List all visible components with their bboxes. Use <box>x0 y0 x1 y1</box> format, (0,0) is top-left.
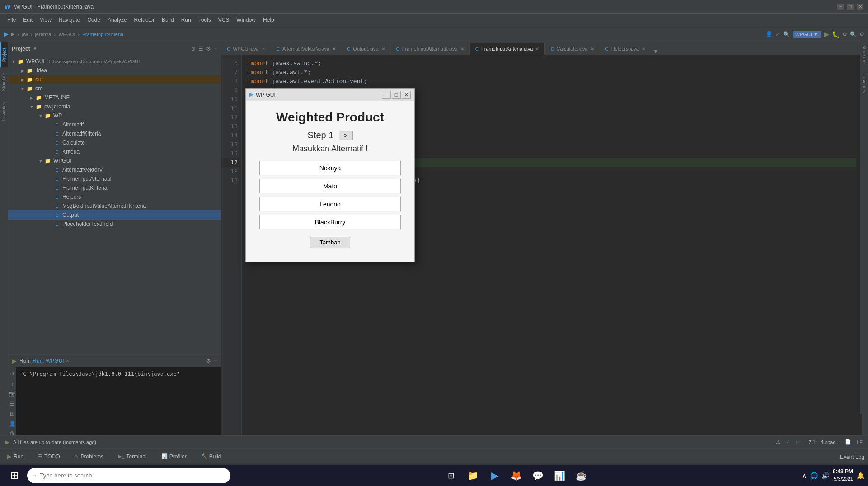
dialog-next-button[interactable]: > <box>339 131 352 140</box>
dialog-field-nokaya[interactable] <box>259 161 401 175</box>
profiler-bottom-btn[interactable]: 📊 Profiler <box>158 452 190 462</box>
terminal-bottom-btn[interactable]: ▶_ Terminal <box>114 452 150 462</box>
dialog-maximize-button[interactable]: □ <box>392 91 401 99</box>
firefox-app[interactable]: 🦊 <box>506 466 526 486</box>
tree-item-wp[interactable]: ▼ 📁 WP <box>8 111 221 120</box>
project-tab[interactable]: Project <box>0 42 8 67</box>
tab-frameinputalt[interactable]: C FrameInputAlternatif.java ✕ <box>391 43 470 55</box>
run-settings-icon[interactable]: ⚙ <box>206 358 211 364</box>
menu-vcs[interactable]: VCS <box>215 15 233 25</box>
search-input[interactable] <box>40 472 225 479</box>
menu-window[interactable]: Window <box>233 15 259 25</box>
project-collapse-icon[interactable]: ☰ <box>198 46 203 52</box>
toolbar-search-icon[interactable]: 🔍 <box>783 31 790 37</box>
menu-help[interactable]: Help <box>259 15 278 25</box>
dialog-minimize-button[interactable]: − <box>382 91 391 99</box>
tab-close-frameinputkriteria[interactable]: ✕ <box>535 47 539 51</box>
todo-bottom-btn[interactable]: ☰ TODO <box>34 452 63 462</box>
tree-item-out[interactable]: ▶ 📁 out <box>8 75 221 84</box>
minimize-button[interactable]: − <box>837 4 844 10</box>
notif-chevron-icon[interactable]: ∧ <box>802 472 807 479</box>
tambah-button[interactable]: Tambah <box>310 237 350 248</box>
toolbar-project-icon[interactable]: ▶ <box>4 31 8 37</box>
dialog-close-button[interactable]: ✕ <box>402 91 411 99</box>
favorites-tab-right[interactable]: Favorites <box>861 69 868 98</box>
project-settings-icon[interactable]: ⚙ <box>206 46 211 52</box>
project-minimize-icon[interactable]: − <box>214 46 217 52</box>
tree-item-pwjeremia[interactable]: ▼ 📁 pw.jeremia <box>8 102 221 111</box>
project-dropdown-icon[interactable]: ▼ <box>33 46 38 51</box>
run-list-icon[interactable]: ☰ <box>10 401 15 407</box>
project-locate-icon[interactable]: ⊕ <box>191 46 196 52</box>
toolbar-gear-icon[interactable]: ⚙ <box>859 31 864 37</box>
title-bar-controls[interactable]: − □ ✕ <box>837 4 863 10</box>
tab-altvektor[interactable]: C AlternatifVektorV.java ✕ <box>271 43 342 55</box>
close-button[interactable]: ✕ <box>857 4 863 10</box>
menu-view[interactable]: View <box>36 15 55 25</box>
event-log-label[interactable]: Event Log <box>840 454 864 460</box>
tab-close-helpers[interactable]: ✕ <box>642 47 645 51</box>
notification-icon[interactable]: 🔔 <box>857 472 864 479</box>
tree-item-frameinputkriteria[interactable]: ▶ C FrameInputKriteria <box>8 183 221 192</box>
explorer-app[interactable]: 📁 <box>463 466 483 486</box>
tab-close-calculate[interactable]: ✕ <box>591 47 594 51</box>
favorites-tab-left[interactable]: Favorites <box>0 97 7 126</box>
tab-output[interactable]: C Output.java ✕ <box>342 43 391 55</box>
tab-close-wpgui[interactable]: ✕ <box>262 47 265 51</box>
run-trash-icon[interactable]: 🗑 <box>9 430 15 435</box>
dialog-field-blackburry[interactable] <box>259 215 401 229</box>
toolbar-wpgui-label[interactable]: WPGUI ▼ <box>793 31 821 38</box>
run-stop-icon[interactable]: ↓ <box>11 381 14 387</box>
menu-analyze[interactable]: Analyze <box>104 15 131 25</box>
menu-build[interactable]: Build <box>158 15 178 25</box>
tree-item-alternatifkriteria[interactable]: ▶ C AlternatifKriteria <box>8 129 221 138</box>
tree-item-wpgui-folder[interactable]: ▼ 📁 WPGUI <box>8 156 221 165</box>
tab-close-output[interactable]: ✕ <box>381 47 385 51</box>
dialog-field-lenono[interactable] <box>259 197 401 211</box>
run-minimize-icon[interactable]: − <box>214 358 217 364</box>
run-person-icon[interactable]: 👤 <box>9 421 16 427</box>
tab-frameinputkriteria[interactable]: C FrameInputKriteria.java ✕ <box>470 43 545 55</box>
tab-close-frameinputalt[interactable]: ✕ <box>460 47 464 51</box>
menu-tools[interactable]: Tools <box>195 15 215 25</box>
run-diff-icon[interactable]: ⊞ <box>10 411 14 417</box>
run-wpgui-label[interactable]: Run: WPGUI <box>33 358 64 364</box>
tree-item-frameinputalt[interactable]: ▶ C FrameInputAlternatif <box>8 174 221 183</box>
run-close-icon[interactable]: ✕ <box>66 358 70 363</box>
menu-run[interactable]: Run <box>178 15 195 25</box>
tree-item-placeholder[interactable]: ▶ C PlaceholderTextField <box>8 220 221 229</box>
toolbar-run-icon[interactable]: ▶ <box>824 30 829 38</box>
run-camera-icon[interactable]: 📷 <box>9 391 16 397</box>
tree-item-root[interactable]: ▼ 📁 WPGUI C:\Users\jerem\Documents\Proje… <box>8 57 221 66</box>
toolbar-src-icon[interactable]: ▶ <box>11 31 14 37</box>
tab-wpgui-java[interactable]: C WPGUIjava ✕ <box>221 43 271 55</box>
tree-item-altvektor[interactable]: ▶ C AlternatifVektorV <box>8 165 221 174</box>
network-icon[interactable]: 🌐 <box>810 472 818 479</box>
taskview-button[interactable]: ⊡ <box>441 466 461 486</box>
toolbar-search2-icon[interactable]: 🔍 <box>850 31 857 37</box>
build-bottom-btn[interactable]: 🔨 Build <box>197 452 225 462</box>
run-restart-icon[interactable]: ↺ <box>10 371 14 377</box>
tabs-overflow-icon[interactable]: ▼ <box>653 48 658 55</box>
tree-item-kriteria[interactable]: ▶ C Kriteria <box>8 147 221 156</box>
excel-app[interactable]: 📊 <box>549 466 569 486</box>
problems-bottom-btn[interactable]: ⚠ Problems <box>70 452 107 462</box>
tree-item-helpers[interactable]: ▶ C Helpers <box>8 192 221 201</box>
toolbar-settings-icon[interactable]: ⚙ <box>842 31 847 37</box>
tab-close-altvektor[interactable]: ✕ <box>332 47 336 51</box>
java-app[interactable]: ☕ <box>571 466 591 486</box>
toolbar-profile-icon[interactable]: 👤 <box>765 31 773 37</box>
taskbar-search-bar[interactable]: ○ <box>27 468 230 483</box>
maximize-button[interactable]: □ <box>847 4 854 10</box>
menu-navigate[interactable]: Navigate <box>55 15 84 25</box>
menu-code[interactable]: Code <box>84 15 104 25</box>
toolbar-debug-icon[interactable]: 🐛 <box>832 31 840 38</box>
menu-refactor[interactable]: Refactor <box>131 15 158 25</box>
menu-file[interactable]: File <box>4 15 19 25</box>
whatsapp-app[interactable]: 💬 <box>528 466 548 486</box>
tree-item-metainf[interactable]: ▶ 📁 META-INF <box>8 93 221 102</box>
tree-item-output[interactable]: ▶ C Output <box>8 210 221 220</box>
tab-helpers[interactable]: C Helpers.java ✕ <box>600 43 651 55</box>
menu-edit[interactable]: Edit <box>19 15 36 25</box>
structure-tab-left[interactable]: Structure <box>0 67 7 97</box>
